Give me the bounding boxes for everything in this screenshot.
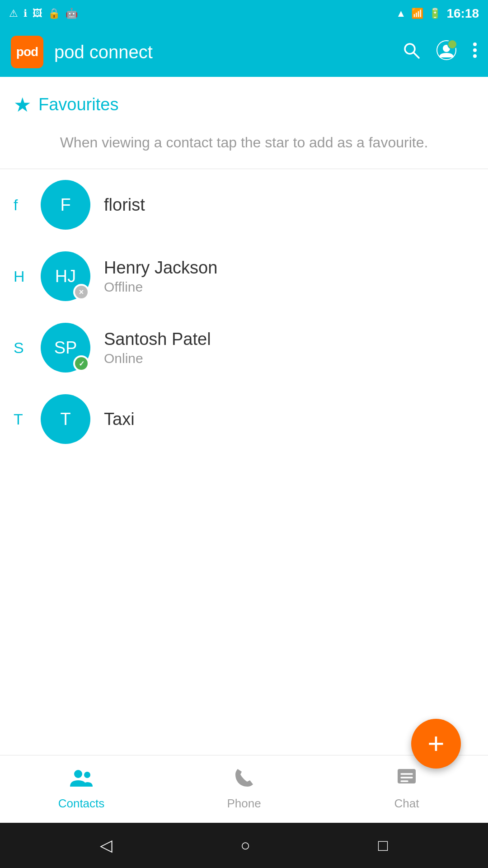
contacts-nav-label: Contacts	[58, 797, 105, 811]
svg-point-7	[74, 770, 82, 778]
battery-icon: 🔋	[429, 8, 441, 19]
svg-point-8	[84, 772, 90, 778]
online-badge: ✓	[73, 355, 89, 372]
contact-name: florist	[104, 195, 145, 214]
app-bar-actions	[402, 40, 477, 64]
svg-point-6	[473, 54, 477, 58]
contact-status: Online	[104, 351, 474, 366]
status-bar: ⚠ ℹ 🖼 🔒 🤖 ▲ 📶 🔋 16:18	[0, 0, 488, 27]
svg-point-5	[473, 48, 477, 52]
system-nav: ◁ ○ □	[0, 823, 488, 868]
android-icon: 🤖	[66, 8, 78, 19]
wifi-icon: ▲	[396, 8, 406, 19]
avatar: SP ✓	[41, 323, 90, 373]
recents-button[interactable]: □	[378, 836, 388, 855]
avatar-text: SP	[54, 338, 77, 358]
avatar: F	[41, 180, 90, 230]
list-item[interactable]: H HJ × Henry Jackson Offline	[0, 241, 488, 312]
favourites-title: Favourites	[38, 95, 118, 114]
svg-line-1	[413, 52, 419, 58]
avatar-text: HJ	[55, 267, 76, 286]
contact-status: Offline	[104, 279, 474, 295]
search-button[interactable]	[402, 41, 420, 63]
app-logo-text: pod	[16, 45, 38, 59]
list-item[interactable]: f F florist	[0, 169, 488, 241]
status-icons-left: ⚠ ℹ 🖼 🔒 🤖	[9, 8, 78, 19]
offline-badge: ×	[73, 284, 89, 300]
image-icon: 🖼	[33, 8, 42, 19]
contact-name: Taxi	[104, 410, 135, 429]
list-item[interactable]: T T Taxi	[0, 383, 488, 455]
contact-info: Henry Jackson Offline	[104, 258, 474, 295]
add-contact-fab[interactable]: +	[411, 719, 461, 769]
phone-icon	[234, 768, 254, 793]
chat-nav-label: Chat	[394, 797, 419, 811]
section-letter-t: T	[14, 410, 41, 428]
star-icon: ★	[14, 93, 31, 116]
info-icon: ℹ	[23, 8, 27, 19]
contact-info: Santosh Patel Online	[104, 330, 474, 366]
avatar: T	[41, 394, 90, 444]
svg-point-4	[473, 42, 477, 46]
phone-nav-label: Phone	[227, 797, 261, 811]
more-options-button[interactable]	[473, 41, 477, 63]
contact-name: Henry Jackson	[104, 258, 217, 277]
app-bar: pod pod connect	[0, 27, 488, 77]
profile-button[interactable]	[436, 40, 456, 64]
contact-info: florist	[104, 195, 474, 215]
app-logo: pod	[11, 36, 43, 68]
section-letter-s: S	[14, 339, 41, 357]
contact-list: f F florist H HJ × Henry Jackson Offline…	[0, 169, 488, 455]
section-letter-f: f	[14, 196, 41, 214]
app-title: pod connect	[54, 42, 391, 62]
favourites-section: ★ Favourites When viewing a contact tap …	[0, 77, 488, 169]
chat-icon	[396, 768, 417, 793]
nav-contacts[interactable]: Contacts	[0, 768, 163, 811]
home-button[interactable]: ○	[240, 836, 250, 855]
status-icons-right: ▲ 📶 🔋 16:18	[396, 6, 479, 21]
favourites-header: ★ Favourites	[14, 93, 474, 116]
list-item[interactable]: S SP ✓ Santosh Patel Online	[0, 312, 488, 383]
favourites-hint: When viewing a contact tap the star to a…	[14, 127, 474, 158]
back-button[interactable]: ◁	[100, 836, 113, 855]
lock-icon: 🔒	[48, 8, 60, 19]
contact-info: Taxi	[104, 410, 474, 429]
warning-icon: ⚠	[9, 8, 18, 19]
status-time: 16:18	[446, 6, 479, 21]
contact-name: Santosh Patel	[104, 330, 211, 349]
contacts-icon	[69, 768, 94, 793]
nav-chat[interactable]: Chat	[325, 768, 488, 811]
profile-online-dot	[447, 39, 457, 49]
plus-icon: +	[427, 729, 444, 758]
avatar-text: T	[60, 410, 70, 429]
nav-phone[interactable]: Phone	[163, 768, 325, 811]
avatar-text: F	[60, 195, 70, 215]
bottom-nav: Contacts Phone Chat	[0, 755, 488, 823]
avatar: HJ ×	[41, 251, 90, 301]
section-letter-h: H	[14, 268, 41, 285]
signal-icon: 📶	[411, 8, 423, 19]
